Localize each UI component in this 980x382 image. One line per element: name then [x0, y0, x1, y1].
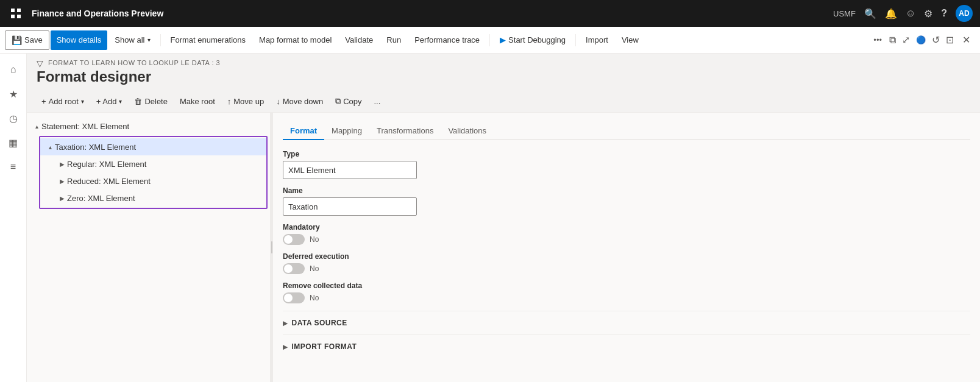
validate-button[interactable]: Validate: [339, 30, 379, 50]
tab-format[interactable]: Format: [283, 122, 324, 140]
import-button[interactable]: Import: [580, 30, 614, 50]
tree-panel: ▴ Statement: XML Element ▴ Taxation: XML…: [27, 113, 271, 382]
save-icon: 💾: [12, 35, 22, 45]
deferred-toggle[interactable]: [283, 263, 305, 274]
layers-icon[interactable]: ⧉: [887, 32, 898, 48]
performance-trace-button[interactable]: Performance trace: [408, 30, 486, 50]
user-label: USMF: [833, 9, 856, 18]
app-grid-icon[interactable]: [7, 5, 24, 22]
add-chevron-icon: ▾: [119, 98, 122, 105]
tree-item-regular[interactable]: ▶ Regular: XML Element: [40, 155, 266, 172]
add-root-chevron-icon: ▾: [81, 98, 84, 105]
import-format-section: ▶ IMPORT FORMAT: [283, 334, 970, 358]
nav-calendar-icon[interactable]: ▦: [2, 132, 24, 154]
content-area: ▽ FORMAT TO LEARN HOW TO LOOKUP LE DATA …: [27, 54, 980, 382]
copy-icon: ⧉: [335, 96, 341, 106]
data-source-chevron-icon: ▶: [283, 320, 288, 327]
selected-group-box: ▴ Taxation: XML Element ▶ Regular: XML E…: [39, 136, 268, 209]
make-root-button[interactable]: Make root: [175, 93, 220, 110]
bell-icon[interactable]: 🔔: [885, 8, 897, 19]
remove-collected-toggle[interactable]: [283, 292, 305, 303]
type-label: Type: [283, 150, 970, 158]
mandatory-toggle[interactable]: [283, 234, 305, 245]
start-debugging-button[interactable]: ▶ Start Debugging: [494, 30, 572, 50]
left-nav: ⌂ ★ ◷ ▦ ≡: [0, 54, 27, 382]
map-format-to-model-button[interactable]: Map format to model: [253, 30, 338, 50]
svg-rect-2: [11, 15, 15, 18]
remove-collected-value: No: [310, 294, 319, 302]
expand-icon[interactable]: ⤢: [900, 32, 912, 48]
deferred-value: No: [310, 264, 319, 273]
type-field-group: Type: [283, 150, 970, 179]
view-button[interactable]: View: [616, 30, 645, 50]
trash-icon: 🗑: [134, 97, 142, 106]
data-source-section: ▶ DATA SOURCE: [283, 311, 970, 334]
save-button[interactable]: 💾 Save: [5, 30, 49, 50]
close-icon[interactable]: ✕: [957, 32, 975, 48]
show-all-chevron-icon: ▾: [147, 37, 151, 43]
delete-button[interactable]: 🗑 Delete: [129, 93, 172, 110]
title-bar: Finance and Operations Preview USMF 🔍 🔔 …: [0, 0, 980, 27]
name-input[interactable]: [283, 197, 417, 216]
add-root-button[interactable]: + Add root ▾: [37, 93, 89, 110]
nav-clock-icon[interactable]: ◷: [2, 107, 24, 129]
format-enumerations-button[interactable]: Format enumerations: [165, 30, 252, 50]
tree-item-zero[interactable]: ▶ Zero: XML Element: [40, 189, 266, 207]
right-panel: Format Mapping Transformations Validatio…: [273, 113, 980, 382]
svg-rect-0: [11, 9, 15, 12]
deferred-toggle-row: No: [283, 263, 970, 274]
popout-icon[interactable]: ⊡: [943, 32, 956, 48]
move-up-button[interactable]: ↑ Move up: [222, 93, 269, 110]
tab-transformations[interactable]: Transformations: [369, 122, 441, 140]
nav-star-icon[interactable]: ★: [2, 83, 24, 105]
show-all-button[interactable]: Show all ▾: [108, 30, 156, 50]
remove-collected-label: Remove collected data: [283, 281, 970, 290]
filter-icon[interactable]: ▽: [37, 58, 43, 68]
deferred-label: Deferred execution: [283, 252, 970, 261]
more-options-icon[interactable]: •••: [870, 33, 886, 47]
deferred-group: Deferred execution No: [283, 252, 970, 274]
regular-toggle-icon[interactable]: ▶: [57, 159, 67, 169]
gear-icon[interactable]: ⚙: [924, 8, 932, 19]
taxation-toggle-icon[interactable]: ▴: [45, 142, 55, 152]
more-button[interactable]: ...: [369, 93, 385, 110]
mandatory-toggle-row: No: [283, 234, 970, 245]
smiley-icon[interactable]: ☺: [906, 8, 915, 19]
tab-mapping[interactable]: Mapping: [324, 122, 369, 140]
name-field-group: Name: [283, 186, 970, 216]
help-icon[interactable]: ?: [941, 8, 947, 19]
statement-toggle-icon[interactable]: ▴: [32, 121, 41, 131]
import-format-chevron-icon: ▶: [283, 344, 288, 350]
split-pane: ▴ Statement: XML Element ▴ Taxation: XML…: [27, 113, 980, 382]
tree-item-taxation[interactable]: ▴ Taxation: XML Element: [40, 138, 266, 155]
tree-item-reduced[interactable]: ▶ Reduced: XML Element: [40, 172, 266, 189]
move-down-button[interactable]: ↓ Move down: [271, 93, 328, 110]
copy-button[interactable]: ⧉ Copy: [330, 93, 366, 110]
separator-3: [575, 34, 576, 46]
run-button[interactable]: Run: [380, 30, 407, 50]
page-header: ▽ FORMAT TO LEARN HOW TO LOOKUP LE DATA …: [27, 54, 980, 90]
reduced-toggle-icon[interactable]: ▶: [57, 176, 67, 186]
search-icon[interactable]: 🔍: [864, 8, 876, 19]
refresh-icon[interactable]: ↺: [929, 32, 942, 48]
remove-collected-toggle-row: No: [283, 292, 970, 303]
breadcrumb: FORMAT TO LEARN HOW TO LOOKUP LE DATA : …: [48, 59, 220, 66]
nav-list-icon[interactable]: ≡: [2, 156, 24, 178]
arrow-up-icon: ↑: [227, 97, 232, 106]
type-input[interactable]: [283, 161, 417, 179]
data-source-header[interactable]: ▶ DATA SOURCE: [283, 316, 970, 330]
arrow-down-icon: ↓: [276, 97, 280, 106]
mandatory-group: Mandatory No: [283, 223, 970, 245]
main-layout: ⌂ ★ ◷ ▦ ≡ ▽ FORMAT TO LEARN HOW TO LOOKU…: [0, 54, 980, 382]
resize-handle[interactable]: [271, 113, 273, 382]
tab-validations[interactable]: Validations: [441, 122, 494, 140]
right-panel-tabs: Format Mapping Transformations Validatio…: [283, 122, 970, 140]
nav-home-icon[interactable]: ⌂: [2, 58, 24, 80]
import-format-header[interactable]: ▶ IMPORT FORMAT: [283, 340, 970, 353]
badge-icon[interactable]: 🔵: [914, 33, 928, 47]
show-details-button[interactable]: Show details: [51, 30, 108, 50]
add-button[interactable]: + Add ▾: [91, 93, 127, 110]
zero-toggle-icon[interactable]: ▶: [57, 193, 67, 203]
tree-item-statement[interactable]: ▴ Statement: XML Element: [27, 118, 270, 135]
avatar[interactable]: AD: [956, 5, 973, 22]
